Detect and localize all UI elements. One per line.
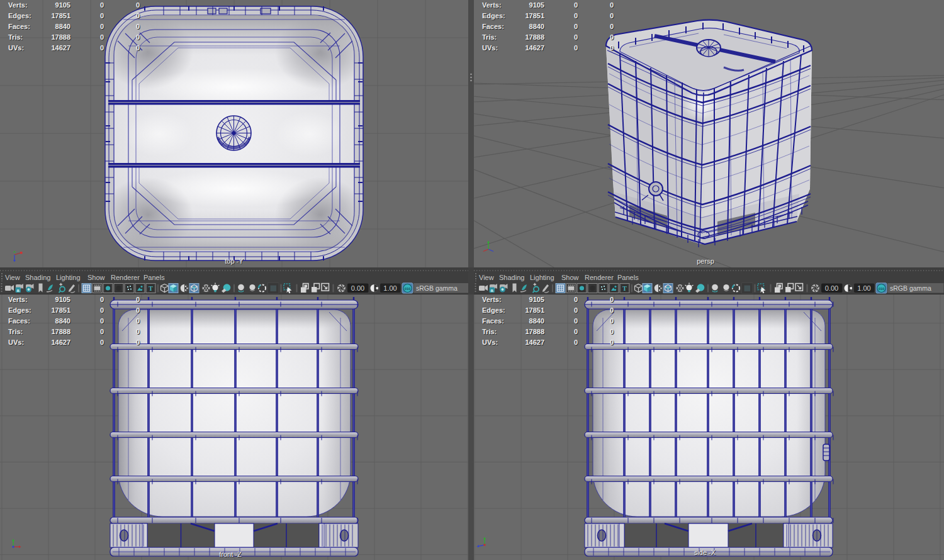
svg-text:0: 0 — [574, 23, 578, 30]
svg-text:17851: 17851 — [51, 12, 70, 20]
svg-text:8840: 8840 — [529, 317, 544, 325]
svg-text:1.00: 1.00 — [383, 284, 396, 292]
svg-text:T: T — [622, 285, 627, 292]
svg-text:0: 0 — [136, 306, 140, 314]
svg-text:17851: 17851 — [525, 12, 544, 20]
svg-text:17888: 17888 — [51, 33, 70, 41]
svg-text:0: 0 — [100, 12, 104, 20]
svg-text:Panels: Panels — [617, 274, 639, 281]
svg-text:0: 0 — [136, 328, 140, 335]
svg-text:0: 0 — [610, 12, 614, 20]
svg-text:Faces:: Faces: — [482, 23, 504, 30]
svg-text:0: 0 — [610, 44, 614, 52]
svg-text:Lighting: Lighting — [530, 274, 554, 281]
svg-text:0: 0 — [574, 1, 578, 9]
svg-text:T: T — [149, 285, 153, 292]
svg-text:17888: 17888 — [51, 328, 70, 335]
svg-text:0: 0 — [100, 44, 104, 52]
svg-text:Shading: Shading — [25, 274, 50, 281]
svg-text:0: 0 — [610, 317, 614, 325]
svg-text:Edges:: Edges: — [8, 12, 31, 20]
svg-text:Faces:: Faces: — [482, 317, 504, 325]
svg-text:0: 0 — [100, 296, 104, 303]
svg-text:0: 0 — [574, 296, 578, 303]
svg-text:0: 0 — [136, 23, 140, 30]
svg-text:0: 0 — [574, 306, 578, 314]
svg-text:Tris:: Tris: — [8, 328, 23, 335]
svg-text:14627: 14627 — [525, 339, 544, 346]
svg-text:010: 010 — [405, 287, 410, 291]
svg-text:Tris:: Tris: — [8, 33, 23, 41]
svg-text:View: View — [479, 274, 494, 281]
svg-text:14627: 14627 — [525, 44, 544, 52]
svg-text:Verts:: Verts: — [8, 296, 28, 303]
svg-text:front -Z: front -Z — [219, 551, 242, 558]
svg-text:0: 0 — [574, 44, 578, 52]
svg-text:Edges:: Edges: — [482, 306, 505, 314]
svg-text:0: 0 — [100, 1, 104, 9]
svg-text:1.00: 1.00 — [857, 284, 870, 292]
svg-text:Show: Show — [561, 274, 579, 281]
svg-text:0.00: 0.00 — [351, 284, 364, 292]
svg-text:0: 0 — [136, 33, 140, 41]
svg-text:View: View — [5, 274, 20, 281]
svg-text:Edges:: Edges: — [8, 306, 31, 314]
svg-text:0: 0 — [574, 33, 578, 41]
svg-text:Renderer: Renderer — [111, 274, 140, 281]
svg-text:0: 0 — [136, 1, 140, 9]
svg-text:0: 0 — [610, 306, 614, 314]
svg-text:14627: 14627 — [51, 339, 70, 346]
svg-text:sRGB gamma: sRGB gamma — [890, 284, 931, 292]
svg-text:0: 0 — [610, 296, 614, 303]
svg-text:Lighting: Lighting — [56, 274, 81, 281]
svg-text:Shading: Shading — [499, 274, 524, 281]
svg-text:Renderer: Renderer — [585, 274, 614, 281]
svg-text:9105: 9105 — [55, 1, 70, 9]
svg-text:0: 0 — [100, 306, 104, 314]
svg-text:17888: 17888 — [525, 33, 544, 41]
svg-text:Faces:: Faces: — [8, 23, 30, 30]
svg-text:0: 0 — [100, 317, 104, 325]
svg-text:0: 0 — [136, 12, 140, 20]
svg-text:9105: 9105 — [529, 296, 544, 303]
svg-text:Edges:: Edges: — [482, 12, 505, 20]
svg-text:0: 0 — [610, 33, 614, 41]
svg-text:0: 0 — [574, 12, 578, 20]
svg-text:0: 0 — [574, 339, 578, 346]
svg-text:0: 0 — [574, 328, 578, 335]
svg-text:Verts:: Verts: — [482, 1, 502, 9]
svg-text:side -X: side -X — [694, 549, 716, 556]
svg-text:0: 0 — [100, 33, 104, 41]
svg-text:UVs:: UVs: — [482, 339, 498, 346]
svg-text:17851: 17851 — [525, 306, 544, 314]
svg-text:Show: Show — [87, 274, 105, 281]
svg-text:0: 0 — [610, 1, 614, 9]
svg-text:8840: 8840 — [55, 317, 70, 325]
svg-text:persp: persp — [697, 257, 714, 265]
svg-text:UVs:: UVs: — [8, 339, 24, 346]
svg-text:0: 0 — [610, 328, 614, 335]
svg-text:0: 0 — [100, 339, 104, 346]
svg-text:Tris:: Tris: — [482, 33, 497, 41]
svg-text:Panels: Panels — [143, 274, 165, 281]
svg-text:sRGB gamma: sRGB gamma — [416, 284, 458, 292]
svg-text:8840: 8840 — [529, 23, 544, 30]
svg-text:17851: 17851 — [51, 306, 70, 314]
svg-text:Tris:: Tris: — [482, 328, 497, 335]
svg-text:0: 0 — [136, 339, 140, 346]
svg-text:17888: 17888 — [525, 328, 544, 335]
svg-text:010: 010 — [879, 287, 884, 291]
svg-text:0: 0 — [610, 339, 614, 346]
svg-text:14627: 14627 — [51, 44, 70, 52]
svg-text:0: 0 — [100, 328, 104, 335]
svg-text:0: 0 — [136, 317, 140, 325]
svg-text:Verts:: Verts: — [8, 1, 28, 9]
svg-text:9105: 9105 — [55, 296, 70, 303]
svg-text:0: 0 — [136, 296, 140, 303]
svg-text:8840: 8840 — [55, 23, 70, 30]
svg-text:UVs:: UVs: — [482, 44, 498, 52]
svg-text:0: 0 — [100, 23, 104, 30]
svg-text:Faces:: Faces: — [8, 317, 30, 325]
svg-text:UVs:: UVs: — [8, 44, 24, 52]
svg-text:0: 0 — [136, 44, 140, 52]
